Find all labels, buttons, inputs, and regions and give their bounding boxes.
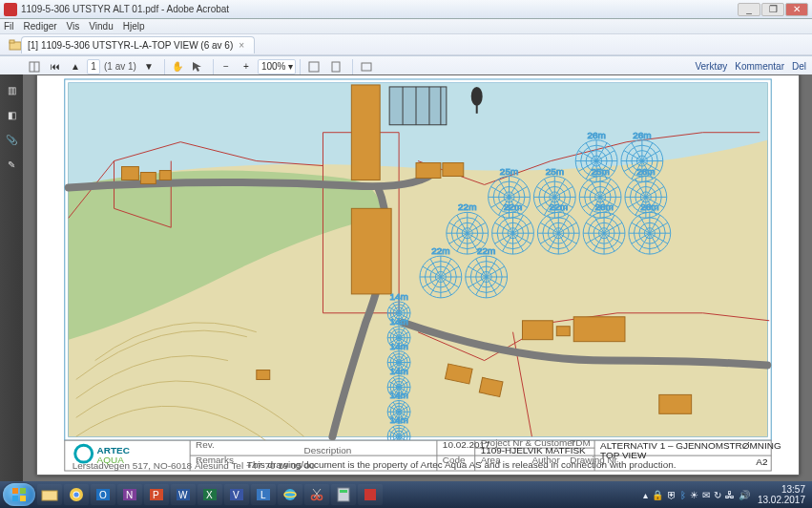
svg-text:22m: 22m <box>476 245 494 256</box>
svg-text:22m: 22m <box>503 201 521 212</box>
taskbar-chrome-icon[interactable] <box>64 484 89 505</box>
svg-text:N: N <box>126 490 133 500</box>
svg-text:Area: Area <box>480 455 500 465</box>
svg-text:14m: 14m <box>389 341 407 351</box>
svg-text:26m: 26m <box>594 201 613 212</box>
svg-rect-21 <box>351 85 380 180</box>
menu-file[interactable]: Fil <box>4 21 14 32</box>
system-tray[interactable]: ▴ 🔒 ⛨ ᛒ ☀ ✉ ↻ 🖧 🔊 13:57 13.02.2017 <box>639 484 809 505</box>
comment-link[interactable]: Kommentar <box>735 61 784 72</box>
taskbar-ie-icon[interactable] <box>278 484 302 505</box>
windows-taskbar: O N P W X V L ▴ 🔒 ⛨ ᛒ ☀ ✉ ↻ 🖧 🔊 13:57 13… <box>0 481 812 508</box>
svg-text:26m: 26m <box>640 201 658 212</box>
svg-text:Author: Author <box>531 455 560 465</box>
svg-point-395 <box>73 492 78 497</box>
pdf-viewer[interactable]: 26m26m25m25m25m26m22m22m22m26m26m22m22m … <box>23 74 812 481</box>
menu-window[interactable]: Vindu <box>89 21 113 32</box>
document-tab[interactable]: [1] 1109-5-306 UTSTYR-L-A-TOP VIEW (6 av… <box>21 36 255 53</box>
tray-lock-icon[interactable]: 🔒 <box>652 490 663 500</box>
svg-text:Code: Code <box>442 455 465 465</box>
svg-text:L: L <box>260 490 266 500</box>
window-title: 1109-5-306 UTSTYR ALT 01.pdf - Adobe Acr… <box>21 4 229 14</box>
document-tab-label: [1] 1109-5-306 UTSTYR-L-A-TOP VIEW (6 av… <box>28 40 233 51</box>
window-maximize-button[interactable]: ❐ <box>761 3 784 16</box>
svg-rect-14 <box>362 63 371 71</box>
pdf-page: 26m26m25m25m25m26m22m22m22m26m26m22m22m … <box>36 74 800 476</box>
svg-text:14m: 14m <box>389 390 407 400</box>
fit-page-icon[interactable] <box>326 58 345 75</box>
svg-rect-25 <box>522 321 552 340</box>
svg-text:25m: 25m <box>499 166 517 177</box>
zoom-out-icon[interactable]: − <box>218 58 235 75</box>
menu-edit[interactable]: Rediger <box>24 21 57 32</box>
taskbar-excel-icon[interactable]: X <box>198 484 222 505</box>
svg-text:V: V <box>233 490 239 500</box>
svg-text:26m: 26m <box>633 130 651 140</box>
window-close-button[interactable]: ✕ <box>785 3 808 16</box>
svg-text:14m: 14m <box>389 316 407 327</box>
taskbar-calc-icon[interactable] <box>331 484 356 505</box>
taskbar-visio-icon[interactable]: V <box>224 484 249 505</box>
page-thumbnails-icon[interactable] <box>25 58 44 75</box>
svg-text:O: O <box>99 490 107 500</box>
page-count-label: (1 av 1) <box>104 61 136 72</box>
svg-rect-26 <box>556 327 570 336</box>
svg-rect-417 <box>340 490 347 493</box>
tray-sync-icon[interactable]: ↻ <box>714 490 721 500</box>
taskbar-onenote-icon[interactable]: N <box>117 484 142 505</box>
toolbar-sep-3 <box>213 59 214 74</box>
share-link[interactable]: Del <box>792 61 806 72</box>
tray-weather-icon[interactable]: ☀ <box>690 490 698 500</box>
svg-rect-12 <box>309 62 319 72</box>
svg-point-410 <box>284 489 296 500</box>
app-menubar: Fil Rediger Vis Vindu Hjelp <box>0 19 812 34</box>
menu-view[interactable]: Vis <box>67 21 80 32</box>
svg-text:14m: 14m <box>389 291 407 302</box>
taskbar-powerpoint-icon[interactable]: P <box>144 484 169 505</box>
svg-rect-390 <box>12 496 18 501</box>
page-first-icon[interactable]: ⏮ <box>47 58 64 75</box>
taskbar-clock[interactable]: 13:57 13.02.2017 <box>758 484 805 505</box>
svg-text:TOP VIEW: TOP VIEW <box>600 450 647 460</box>
read-mode-icon[interactable] <box>357 58 376 75</box>
page-number-field[interactable]: 1 <box>87 59 100 74</box>
page-up-icon[interactable]: ▲ <box>67 58 84 75</box>
zoom-in-icon[interactable]: + <box>238 58 255 75</box>
taskbar-outlook-icon[interactable]: O <box>91 484 115 505</box>
svg-rect-1 <box>10 40 14 43</box>
tab-close-icon[interactable]: × <box>239 40 244 51</box>
svg-text:Rev.: Rev. <box>196 439 215 450</box>
svg-text:Description: Description <box>303 445 351 455</box>
svg-rect-13 <box>332 62 340 72</box>
svg-rect-38 <box>475 102 477 114</box>
select-tool-icon[interactable] <box>189 58 206 75</box>
window-minimize-button[interactable]: _ <box>738 3 760 16</box>
menu-help[interactable]: Hjelp <box>123 21 145 32</box>
tray-vol-icon[interactable]: 🔊 <box>739 490 750 500</box>
taskbar-snip-icon[interactable] <box>304 484 329 505</box>
nav-signatures-icon[interactable]: ✎ <box>4 157 19 172</box>
taskbar-explorer-icon[interactable] <box>37 484 62 505</box>
fit-width-icon[interactable] <box>304 58 323 75</box>
svg-rect-22 <box>351 208 391 294</box>
tray-chevron-icon[interactable]: ▴ <box>643 490 648 500</box>
hand-tool-icon[interactable]: ✋ <box>169 58 186 75</box>
svg-text:W: W <box>178 490 188 500</box>
taskbar-acrobat-icon[interactable] <box>358 484 383 505</box>
tray-chat-icon[interactable]: ✉ <box>702 490 710 500</box>
tools-link[interactable]: Verktøy <box>695 61 727 72</box>
svg-text:X: X <box>206 490 213 500</box>
page-down-icon[interactable]: ▼ <box>140 58 157 75</box>
nav-bookmarks-icon[interactable]: ◧ <box>4 107 19 122</box>
svg-rect-418 <box>364 489 376 500</box>
zoom-field[interactable]: 100% ▾ <box>258 59 296 74</box>
svg-text:26m: 26m <box>587 130 605 140</box>
nav-attachments-icon[interactable]: 📎 <box>4 132 19 147</box>
nav-thumbnails-icon[interactable]: ▥ <box>4 82 19 97</box>
tray-net-icon[interactable]: 🖧 <box>725 490 735 500</box>
taskbar-lync-icon[interactable]: L <box>251 484 276 505</box>
start-button[interactable] <box>3 483 35 506</box>
tray-bt-icon[interactable]: ᛒ <box>680 490 686 500</box>
tray-shield-icon[interactable]: ⛨ <box>667 490 677 500</box>
taskbar-word-icon[interactable]: W <box>171 484 196 505</box>
